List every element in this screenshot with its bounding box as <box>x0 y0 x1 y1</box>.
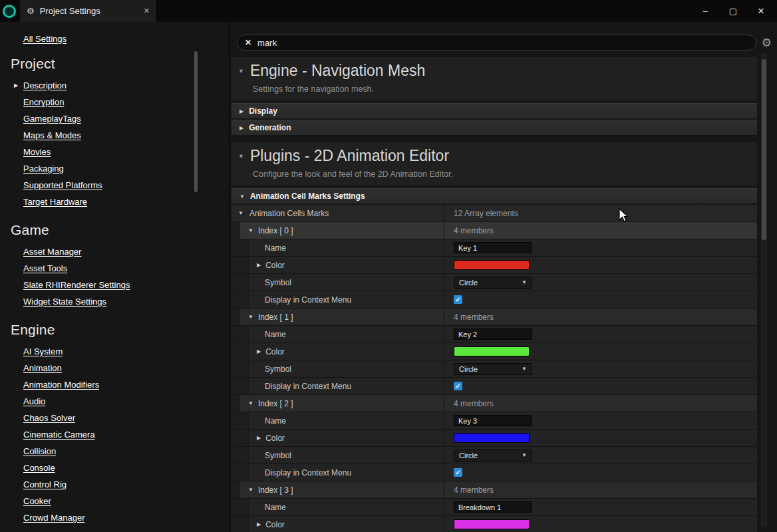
expanded-arrow-icon[interactable]: ▼ <box>248 227 253 233</box>
name-input[interactable]: Key 2 <box>454 329 532 340</box>
sidebar-item-label[interactable]: Asset Manager <box>23 247 81 257</box>
name-property-row[interactable]: NameBreakdown 1 <box>232 499 757 516</box>
expanded-arrow-icon[interactable]: ▼ <box>248 314 253 320</box>
category-animation-cell-marks-settings[interactable]: ▼ Animation Cell Marks Settings <box>232 188 757 204</box>
name-property-row[interactable]: NameKey 3 <box>232 412 757 430</box>
expanded-arrow-icon[interactable]: ▼ <box>238 210 243 216</box>
sidebar-item-label[interactable]: Widget State Settings <box>23 297 106 307</box>
collapsed-arrow-icon[interactable]: ▶ <box>257 262 261 268</box>
sidebar-item-label[interactable]: AI System <box>23 346 63 356</box>
expand-arrow-icon[interactable]: ▶ <box>14 82 18 88</box>
sidebar-item-animation[interactable]: Animation <box>23 360 230 376</box>
sidebar-item-console[interactable]: Console <box>23 460 230 476</box>
context-menu-checkbox[interactable]: ✓ <box>454 382 462 390</box>
sidebar-item-label[interactable]: Supported Platforms <box>23 180 102 190</box>
symbol-property-row[interactable]: SymbolCircle▼ <box>232 447 757 464</box>
sidebar-scrollbar-thumb[interactable] <box>194 51 198 192</box>
color-property-row[interactable]: ▶Color <box>232 516 757 532</box>
name-input[interactable]: Key 1 <box>454 242 532 253</box>
sidebar-item-chaos-solver[interactable]: Chaos Solver <box>23 410 230 426</box>
sidebar-item-label[interactable]: Console <box>23 463 55 473</box>
array-entry-row[interactable]: ▼Index [ 1 ]4 members <box>232 309 757 326</box>
sidebar-item-movies[interactable]: Movies <box>23 144 230 160</box>
collapsed-arrow-icon[interactable]: ▶ <box>239 125 243 131</box>
sidebar-item-slate-rhirenderer-settings[interactable]: Slate RHIRenderer Settings <box>23 277 230 293</box>
symbol-property-row[interactable]: SymbolCircle▼ <box>232 274 757 291</box>
search-input[interactable]: ✕ mark <box>237 35 756 51</box>
name-property-row[interactable]: NameKey 2 <box>232 326 757 343</box>
sidebar-item-label[interactable]: Description <box>23 80 67 90</box>
sidebar-item-label[interactable]: Maps & Modes <box>23 130 81 140</box>
settings-gear-icon[interactable]: ⚙ <box>762 36 772 50</box>
display-property-row[interactable]: Display in Context Menu✓ <box>232 378 757 395</box>
collapsed-arrow-icon[interactable]: ▶ <box>257 521 261 527</box>
sidebar-item-ai-system[interactable]: AI System <box>23 343 230 360</box>
sidebar-item-gameplaytags[interactable]: GameplayTags <box>23 110 230 127</box>
context-menu-checkbox[interactable]: ✓ <box>454 468 462 477</box>
sidebar-item-widget-state-settings[interactable]: Widget State Settings <box>23 293 230 310</box>
sidebar-item-label[interactable]: Animation Modifiers <box>23 380 99 390</box>
name-input[interactable]: Key 3 <box>454 415 532 426</box>
sidebar-item-target-hardware[interactable]: Target Hardware <box>23 194 230 210</box>
expanded-arrow-icon[interactable]: ▼ <box>248 400 253 406</box>
color-property-row[interactable]: ▶Color <box>232 257 757 274</box>
maximize-button[interactable]: ▢ <box>722 6 744 16</box>
sidebar-item-crowd-manager[interactable]: Crowd Manager <box>23 509 230 526</box>
sidebar-item-maps-modes[interactable]: Maps & Modes <box>23 127 230 144</box>
display-property-row[interactable]: Display in Context Menu✓ <box>232 464 757 481</box>
expanded-arrow-icon[interactable]: ▼ <box>248 487 253 493</box>
sidebar-item-asset-manager[interactable]: Asset Manager <box>23 243 230 260</box>
display-property-row[interactable]: Display in Context Menu✓ <box>232 291 757 309</box>
sidebar-item-animation-modifiers[interactable]: Animation Modifiers <box>23 376 230 393</box>
sidebar-item-label[interactable]: Asset Tools <box>23 263 67 273</box>
name-property-row[interactable]: NameKey 1 <box>232 239 757 257</box>
sidebar-item-packaging[interactable]: Packaging <box>23 160 230 177</box>
sidebar-item-label[interactable]: GameplayTags <box>23 114 81 124</box>
sidebar-item-asset-tools[interactable]: Asset Tools <box>23 260 230 277</box>
color-swatch[interactable] <box>454 433 530 443</box>
project-settings-tab[interactable]: ⚙ Project Settings ✕ <box>20 0 157 22</box>
category-display[interactable]: ▶Display <box>232 103 757 119</box>
symbol-dropdown[interactable]: Circle▼ <box>454 277 532 289</box>
sidebar-item-label[interactable]: Crowd Manager <box>23 513 85 523</box>
color-swatch[interactable] <box>454 346 530 356</box>
main-scrollbar-thumb[interactable] <box>762 59 766 240</box>
all-settings-link[interactable]: All Settings <box>23 34 67 44</box>
collapsed-arrow-icon[interactable]: ▶ <box>257 348 261 354</box>
color-property-row[interactable]: ▶Color <box>232 430 757 447</box>
sidebar-item-label[interactable]: Collision <box>23 446 56 456</box>
sidebar-item-description[interactable]: ▶Description <box>23 77 230 94</box>
sidebar-item-label[interactable]: Cinematic Camera <box>23 430 95 440</box>
sidebar-item-label[interactable]: Packaging <box>23 164 64 174</box>
collapse-arrow-icon[interactable]: ▼ <box>238 68 244 74</box>
sidebar-item-control-rig[interactable]: Control Rig <box>23 476 230 493</box>
clear-search-icon[interactable]: ✕ <box>245 38 251 47</box>
sidebar-item-label[interactable]: Control Rig <box>23 479 67 489</box>
sidebar-item-label[interactable]: Animation <box>23 363 62 373</box>
array-entry-row[interactable]: ▼Index [ 0 ]4 members <box>232 222 757 239</box>
collapsed-arrow-icon[interactable]: ▶ <box>239 108 243 114</box>
symbol-property-row[interactable]: SymbolCircle▼ <box>232 360 757 378</box>
main-scrollbar-track[interactable] <box>761 53 767 527</box>
sidebar-item-supported-platforms[interactable]: Supported Platforms <box>23 177 230 194</box>
sidebar-item-all-settings[interactable]: All Settings <box>23 34 230 44</box>
sidebar-item-encryption[interactable]: Encryption <box>23 94 230 110</box>
sidebar-item-label[interactable]: Slate RHIRenderer Settings <box>23 280 130 290</box>
titlebar-drag-area[interactable] <box>157 0 695 22</box>
symbol-dropdown[interactable]: Circle▼ <box>454 363 532 375</box>
array-entry-row[interactable]: ▼Index [ 2 ]4 members <box>232 395 757 412</box>
context-menu-checkbox[interactable]: ✓ <box>454 295 462 304</box>
sidebar-item-label[interactable]: Chaos Solver <box>23 413 75 423</box>
color-property-row[interactable]: ▶Color <box>232 343 757 360</box>
array-entry-row[interactable]: ▼Index [ 3 ]4 members <box>232 481 757 499</box>
expanded-arrow-icon[interactable]: ▼ <box>239 194 245 200</box>
array-property-row[interactable]: ▼ Animation Cells Marks 12 Array element… <box>232 205 757 222</box>
sidebar-item-cooker[interactable]: Cooker <box>23 493 230 509</box>
sidebar-item-label[interactable]: Encryption <box>23 97 64 107</box>
color-swatch[interactable] <box>454 260 530 270</box>
symbol-dropdown[interactable]: Circle▼ <box>454 450 532 462</box>
tab-close-icon[interactable]: ✕ <box>144 7 150 15</box>
collapsed-arrow-icon[interactable]: ▶ <box>257 435 261 441</box>
sidebar-item-label[interactable]: Target Hardware <box>23 197 87 207</box>
collapse-arrow-icon[interactable]: ▼ <box>238 153 244 160</box>
